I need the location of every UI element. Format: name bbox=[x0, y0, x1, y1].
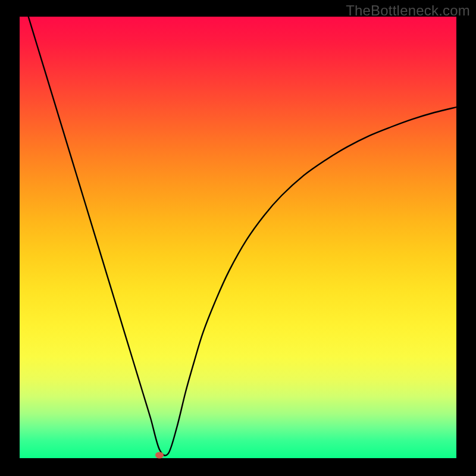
plot-background-gradient bbox=[20, 17, 456, 458]
optimum-marker bbox=[155, 452, 164, 459]
chart-frame: TheBottleneck.com bbox=[0, 0, 476, 476]
watermark-text: TheBottleneck.com bbox=[346, 2, 470, 19]
